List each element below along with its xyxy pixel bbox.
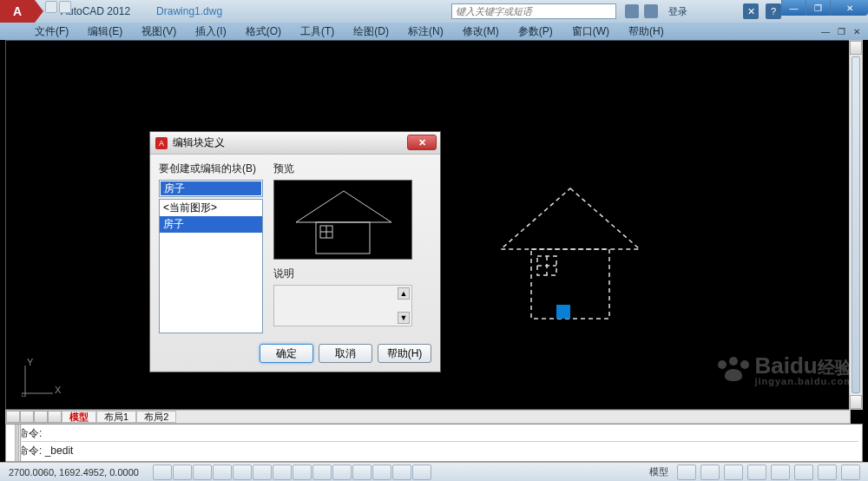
status-btn-3dosnap[interactable]: [253, 465, 272, 480]
dialog-title-bar[interactable]: A 编辑块定义 ✕: [150, 132, 440, 155]
edit-block-definition-dialog: A 编辑块定义 ✕ 要创建或编辑的块(B) 房子 <当前图形> 房子 预览: [149, 131, 441, 372]
status-btn-otrack[interactable]: [273, 465, 292, 480]
status-btn-qp[interactable]: [372, 465, 391, 480]
status-btn-right-2[interactable]: [700, 465, 720, 480]
preview-label: 预览: [273, 161, 431, 176]
status-btn-sc[interactable]: [392, 465, 411, 480]
preview-box: [273, 180, 412, 260]
dialog-title-text: 编辑块定义: [173, 135, 225, 150]
paw-icon: [716, 357, 751, 383]
status-btn-ann[interactable]: [412, 465, 431, 480]
status-btn-tpy[interactable]: [352, 465, 372, 480]
list-item[interactable]: 房子: [160, 216, 262, 233]
ucs-y-label: Y: [27, 357, 33, 367]
ucs-x-label: X: [55, 385, 61, 395]
command-line-panel: 命令: 命令: _bedit: [5, 424, 863, 462]
menu-insert[interactable]: 插入(I): [187, 23, 234, 41]
doc-close-button[interactable]: ✕: [851, 25, 863, 37]
help-icon[interactable]: ?: [766, 3, 781, 19]
menu-format[interactable]: 格式(O): [237, 23, 290, 41]
status-btn-snap[interactable]: [153, 465, 172, 480]
menu-dimension[interactable]: 标注(N): [399, 23, 452, 41]
document-name: Drawing1.dwg: [156, 5, 222, 17]
status-btn-grid[interactable]: [173, 465, 192, 480]
layout-tab-bar: 模型 布局1 布局2: [5, 410, 851, 424]
menu-help[interactable]: 帮助(H): [620, 23, 673, 41]
help-button[interactable]: 帮助(H): [378, 344, 431, 363]
block-name-label: 要创建或编辑的块(B): [159, 161, 263, 176]
tab-scroll-first[interactable]: [6, 411, 20, 423]
status-toggle-group: [153, 465, 432, 480]
scroll-thumb[interactable]: [852, 56, 860, 393]
search-input[interactable]: [451, 3, 616, 19]
command-input[interactable]: 命令: _bedit: [18, 441, 858, 459]
menu-bar: 文件(F) 编辑(E) 视图(V) 插入(I) 格式(O) 工具(T) 绘图(D…: [0, 23, 868, 40]
quick-access-toolbar: [45, 1, 71, 13]
menu-parametric[interactable]: 参数(P): [510, 23, 562, 41]
layout-tab-1[interactable]: 布局1: [96, 411, 136, 423]
status-btn-ortho[interactable]: [193, 465, 212, 480]
tab-scroll-last[interactable]: [48, 411, 62, 423]
layout-tab-model[interactable]: 模型: [62, 411, 96, 423]
app-name: AutoCAD 2012: [61, 5, 130, 17]
watermark: Baidu经验 jingyan.baidu.com: [716, 353, 853, 386]
menu-file[interactable]: 文件(F): [26, 23, 77, 41]
menu-window[interactable]: 窗口(W): [563, 23, 618, 41]
status-bar: 2700.0060, 1692.4952, 0.0000 模型: [0, 462, 868, 481]
app-logo[interactable]: A: [0, 0, 35, 23]
command-drag-handle[interactable]: [15, 425, 22, 461]
status-btn-right-1[interactable]: [677, 465, 696, 480]
svg-marker-6: [296, 191, 391, 222]
status-coordinates[interactable]: 2700.0060, 1692.4952, 0.0000: [0, 467, 148, 478]
desc-scroll-down[interactable]: ▼: [398, 312, 410, 324]
scroll-down-button[interactable]: [850, 395, 862, 409]
doc-restore-button[interactable]: ❐: [835, 25, 847, 37]
minimize-button[interactable]: —: [781, 0, 806, 16]
doc-minimize-button[interactable]: —: [819, 25, 832, 37]
status-btn-lwt[interactable]: [332, 465, 352, 480]
cancel-button[interactable]: 取消: [319, 344, 372, 363]
layout-tab-2[interactable]: 布局2: [136, 411, 176, 423]
exchange-icon[interactable]: ✕: [743, 3, 759, 19]
qat-button[interactable]: [45, 1, 57, 13]
status-model-button[interactable]: 模型: [644, 465, 674, 478]
status-btn-dyn[interactable]: [312, 465, 332, 480]
qat-dropdown[interactable]: [59, 1, 71, 13]
status-btn-right-3[interactable]: [724, 465, 743, 480]
status-btn-ducs[interactable]: [293, 465, 312, 480]
description-label: 说明: [273, 267, 431, 281]
block-listbox[interactable]: <当前图形> 房子: [159, 199, 263, 333]
dialog-close-button[interactable]: ✕: [407, 135, 437, 150]
status-btn-osnap[interactable]: [233, 465, 252, 480]
status-btn-right-5[interactable]: [771, 465, 790, 480]
login-button[interactable]: 登录: [668, 5, 687, 18]
menu-edit[interactable]: 编辑(E): [79, 23, 131, 41]
status-btn-right-4[interactable]: [747, 465, 766, 480]
status-btn-right-6[interactable]: [794, 465, 813, 480]
ucs-icon: [22, 362, 56, 400]
ok-button[interactable]: 确定: [260, 344, 313, 363]
menu-tools[interactable]: 工具(T): [292, 23, 343, 41]
user-icon[interactable]: [644, 4, 658, 18]
scroll-up-button[interactable]: [850, 41, 862, 55]
status-btn-polar[interactable]: [213, 465, 232, 480]
maximize-button[interactable]: ❐: [806, 0, 830, 16]
tab-scroll-prev[interactable]: [20, 411, 34, 423]
grip-handle[interactable]: [555, 303, 572, 324]
desc-scroll-up[interactable]: ▲: [398, 287, 410, 300]
menu-modify[interactable]: 修改(M): [454, 23, 508, 41]
window-close-button[interactable]: ✕: [830, 0, 868, 16]
command-history-line: 命令:: [18, 426, 858, 441]
description-textarea[interactable]: ▲ ▼: [273, 285, 412, 326]
infocenter-icon[interactable]: [625, 4, 639, 18]
tab-scroll-next[interactable]: [34, 411, 48, 423]
title-bar: A AutoCAD 2012 Drawing1.dwg 登录 ✕ ? — ❐ ✕: [0, 0, 868, 23]
selected-block-house[interactable]: [492, 180, 648, 331]
status-btn-right-7[interactable]: [818, 465, 837, 480]
list-item[interactable]: <当前图形>: [160, 200, 262, 216]
block-name-combo[interactable]: 房子: [159, 180, 263, 197]
menu-view[interactable]: 视图(V): [133, 23, 185, 41]
menu-draw[interactable]: 绘图(D): [345, 23, 398, 41]
status-btn-right-8[interactable]: [841, 465, 860, 480]
vertical-scrollbar[interactable]: [849, 40, 863, 410]
